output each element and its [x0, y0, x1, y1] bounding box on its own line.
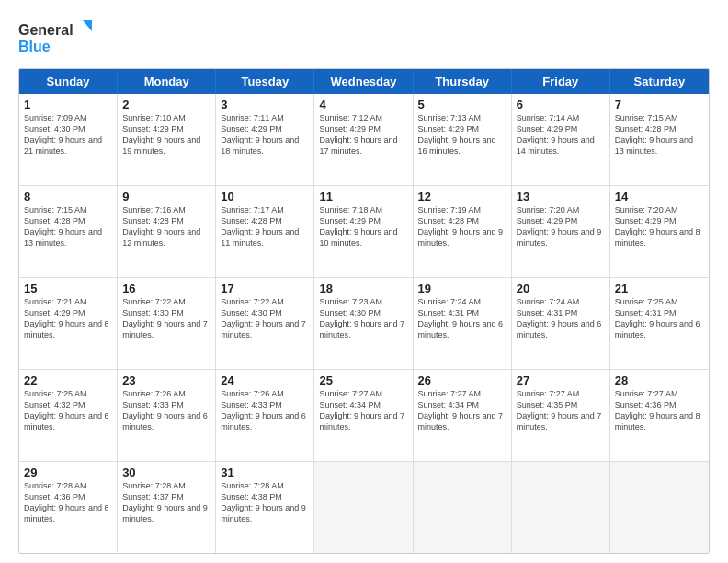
calendar-week-1: 1Sunrise: 7:09 AM Sunset: 4:30 PM Daylig… — [19, 94, 709, 186]
cell-info: Sunrise: 7:23 AM Sunset: 4:30 PM Dayligh… — [319, 296, 407, 341]
day-cell-25: 25Sunrise: 7:27 AM Sunset: 4:34 PM Dayli… — [314, 370, 413, 461]
cell-info: Sunrise: 7:20 AM Sunset: 4:29 PM Dayligh… — [615, 204, 704, 249]
day-number: 26 — [418, 373, 506, 387]
day-cell-11: 11Sunrise: 7:18 AM Sunset: 4:29 PM Dayli… — [314, 186, 413, 277]
cell-info: Sunrise: 7:25 AM Sunset: 4:31 PM Dayligh… — [615, 296, 704, 341]
day-number: 31 — [221, 465, 309, 479]
day-cell-12: 12Sunrise: 7:19 AM Sunset: 4:28 PM Dayli… — [414, 186, 512, 277]
day-header-sunday: Sunday — [19, 69, 118, 94]
logo: GeneralBlue — [18, 15, 101, 59]
day-number: 9 — [122, 190, 210, 203]
cell-info: Sunrise: 7:18 AM Sunset: 4:29 PM Dayligh… — [319, 204, 407, 249]
day-cell-26: 26Sunrise: 7:27 AM Sunset: 4:34 PM Dayli… — [414, 370, 512, 461]
day-number: 11 — [319, 190, 407, 203]
cell-info: Sunrise: 7:27 AM Sunset: 4:35 PM Dayligh… — [517, 388, 605, 433]
day-number: 22 — [24, 373, 112, 387]
day-number: 21 — [615, 282, 704, 295]
day-cell-3: 3Sunrise: 7:11 AM Sunset: 4:29 PM Daylig… — [216, 94, 314, 185]
svg-text:General: General — [18, 22, 74, 38]
day-cell-21: 21Sunrise: 7:25 AM Sunset: 4:31 PM Dayli… — [610, 278, 709, 369]
day-number: 24 — [221, 373, 309, 387]
day-cell-31: 31Sunrise: 7:28 AM Sunset: 4:38 PM Dayli… — [216, 462, 314, 553]
day-number: 12 — [418, 190, 506, 203]
day-cell-24: 24Sunrise: 7:26 AM Sunset: 4:33 PM Dayli… — [216, 370, 314, 461]
cell-info: Sunrise: 7:16 AM Sunset: 4:28 PM Dayligh… — [122, 204, 210, 249]
day-cell-15: 15Sunrise: 7:21 AM Sunset: 4:29 PM Dayli… — [19, 278, 118, 369]
day-number: 6 — [517, 98, 605, 111]
day-header-monday: Monday — [118, 69, 216, 94]
day-cell-27: 27Sunrise: 7:27 AM Sunset: 4:35 PM Dayli… — [512, 370, 610, 461]
day-number: 15 — [24, 282, 112, 295]
calendar-week-5: 29Sunrise: 7:28 AM Sunset: 4:36 PM Dayli… — [19, 462, 709, 553]
day-number: 13 — [517, 190, 605, 203]
cell-info: Sunrise: 7:20 AM Sunset: 4:29 PM Dayligh… — [517, 204, 605, 249]
cell-info: Sunrise: 7:27 AM Sunset: 4:34 PM Dayligh… — [319, 388, 407, 433]
logo-icon: GeneralBlue — [18, 15, 101, 59]
day-cell-10: 10Sunrise: 7:17 AM Sunset: 4:28 PM Dayli… — [216, 186, 314, 277]
day-number: 19 — [418, 282, 506, 295]
empty-cell — [610, 462, 709, 553]
cell-info: Sunrise: 7:28 AM Sunset: 4:36 PM Dayligh… — [24, 480, 112, 525]
cell-info: Sunrise: 7:26 AM Sunset: 4:33 PM Dayligh… — [221, 388, 309, 433]
day-number: 25 — [319, 373, 407, 387]
page: GeneralBlue SundayMondayTuesdayWednesday… — [0, 0, 728, 563]
cell-info: Sunrise: 7:12 AM Sunset: 4:29 PM Dayligh… — [319, 112, 407, 157]
day-cell-5: 5Sunrise: 7:13 AM Sunset: 4:29 PM Daylig… — [414, 94, 512, 185]
day-number: 18 — [319, 282, 407, 295]
cell-info: Sunrise: 7:21 AM Sunset: 4:29 PM Dayligh… — [24, 296, 112, 341]
cell-info: Sunrise: 7:26 AM Sunset: 4:33 PM Dayligh… — [122, 388, 210, 433]
day-cell-17: 17Sunrise: 7:22 AM Sunset: 4:30 PM Dayli… — [216, 278, 314, 369]
day-cell-16: 16Sunrise: 7:22 AM Sunset: 4:30 PM Dayli… — [118, 278, 216, 369]
day-cell-22: 22Sunrise: 7:25 AM Sunset: 4:32 PM Dayli… — [19, 370, 118, 461]
cell-info: Sunrise: 7:10 AM Sunset: 4:29 PM Dayligh… — [122, 112, 210, 157]
svg-text:Blue: Blue — [18, 39, 51, 54]
cell-info: Sunrise: 7:14 AM Sunset: 4:29 PM Dayligh… — [517, 112, 605, 157]
day-number: 10 — [221, 190, 309, 203]
day-cell-28: 28Sunrise: 7:27 AM Sunset: 4:36 PM Dayli… — [610, 370, 709, 461]
cell-info: Sunrise: 7:22 AM Sunset: 4:30 PM Dayligh… — [122, 296, 210, 341]
day-number: 17 — [221, 282, 309, 295]
day-cell-14: 14Sunrise: 7:20 AM Sunset: 4:29 PM Dayli… — [610, 186, 709, 277]
cell-info: Sunrise: 7:15 AM Sunset: 4:28 PM Dayligh… — [615, 112, 704, 157]
day-number: 7 — [615, 98, 704, 111]
day-number: 1 — [24, 98, 112, 111]
day-header-wednesday: Wednesday — [314, 69, 413, 94]
day-number: 3 — [221, 98, 309, 111]
day-number: 29 — [24, 465, 112, 479]
day-number: 14 — [615, 190, 704, 203]
day-cell-6: 6Sunrise: 7:14 AM Sunset: 4:29 PM Daylig… — [512, 94, 610, 185]
day-header-thursday: Thursday — [414, 69, 512, 94]
calendar-week-3: 15Sunrise: 7:21 AM Sunset: 4:29 PM Dayli… — [19, 278, 709, 370]
cell-info: Sunrise: 7:28 AM Sunset: 4:38 PM Dayligh… — [221, 480, 309, 525]
day-number: 27 — [517, 373, 605, 387]
day-cell-2: 2Sunrise: 7:10 AM Sunset: 4:29 PM Daylig… — [118, 94, 216, 185]
day-cell-18: 18Sunrise: 7:23 AM Sunset: 4:30 PM Dayli… — [314, 278, 413, 369]
day-cell-20: 20Sunrise: 7:24 AM Sunset: 4:31 PM Dayli… — [512, 278, 610, 369]
empty-cell — [512, 462, 610, 553]
cell-info: Sunrise: 7:11 AM Sunset: 4:29 PM Dayligh… — [221, 112, 309, 157]
calendar-week-4: 22Sunrise: 7:25 AM Sunset: 4:32 PM Dayli… — [19, 370, 709, 462]
day-number: 30 — [122, 465, 210, 479]
day-cell-8: 8Sunrise: 7:15 AM Sunset: 4:28 PM Daylig… — [19, 186, 118, 277]
day-number: 23 — [122, 373, 210, 387]
day-cell-1: 1Sunrise: 7:09 AM Sunset: 4:30 PM Daylig… — [19, 94, 118, 185]
day-number: 5 — [418, 98, 506, 111]
day-header-friday: Friday — [512, 69, 610, 94]
cell-info: Sunrise: 7:24 AM Sunset: 4:31 PM Dayligh… — [418, 296, 506, 341]
cell-info: Sunrise: 7:24 AM Sunset: 4:31 PM Dayligh… — [517, 296, 605, 341]
day-cell-23: 23Sunrise: 7:26 AM Sunset: 4:33 PM Dayli… — [118, 370, 216, 461]
calendar: SundayMondayTuesdayWednesdayThursdayFrid… — [18, 68, 710, 554]
day-number: 4 — [319, 98, 407, 111]
day-cell-4: 4Sunrise: 7:12 AM Sunset: 4:29 PM Daylig… — [314, 94, 413, 185]
day-cell-9: 9Sunrise: 7:16 AM Sunset: 4:28 PM Daylig… — [118, 186, 216, 277]
cell-info: Sunrise: 7:17 AM Sunset: 4:28 PM Dayligh… — [221, 204, 309, 249]
day-header-tuesday: Tuesday — [216, 69, 314, 94]
day-cell-7: 7Sunrise: 7:15 AM Sunset: 4:28 PM Daylig… — [610, 94, 709, 185]
empty-cell — [314, 462, 413, 553]
svg-marker-1 — [83, 20, 92, 31]
cell-info: Sunrise: 7:09 AM Sunset: 4:30 PM Dayligh… — [24, 112, 112, 157]
day-cell-29: 29Sunrise: 7:28 AM Sunset: 4:36 PM Dayli… — [19, 462, 118, 553]
cell-info: Sunrise: 7:25 AM Sunset: 4:32 PM Dayligh… — [24, 388, 112, 433]
cell-info: Sunrise: 7:15 AM Sunset: 4:28 PM Dayligh… — [24, 204, 112, 249]
day-number: 28 — [615, 373, 704, 387]
